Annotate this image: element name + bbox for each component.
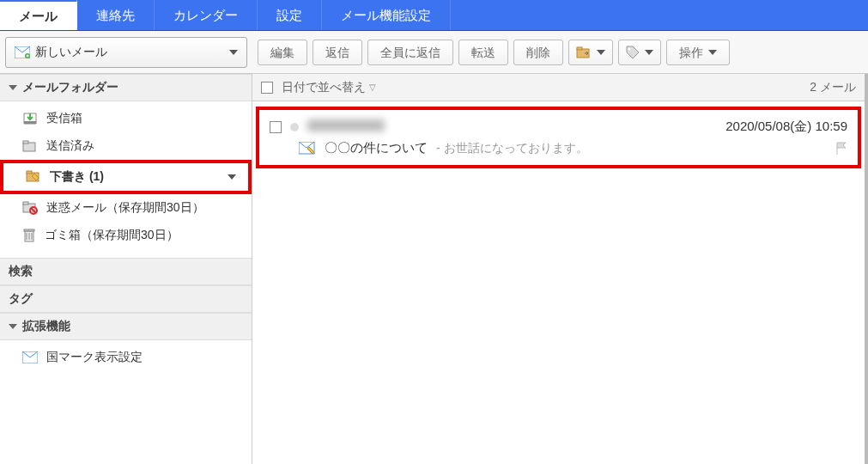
message-list-pane: 日付で並べ替え ▽ 2 メール 2020/05/08(金) 10:59 bbox=[252, 74, 868, 464]
actions-label: 操作 bbox=[679, 40, 703, 64]
mail-compose-icon bbox=[15, 46, 30, 58]
new-mail-label: 新しいメール bbox=[35, 45, 107, 60]
chevron-down-icon bbox=[9, 324, 17, 329]
new-mail-button[interactable]: 新しいメール bbox=[5, 37, 247, 68]
search-header[interactable]: 検索 bbox=[0, 258, 252, 285]
mail-icon bbox=[22, 351, 38, 363]
reply-button[interactable]: 返信 bbox=[313, 40, 362, 65]
list-header: 日付で並べ替え ▽ 2 メール bbox=[252, 74, 865, 101]
toolbar: 新しいメール 編集 返信 全員に返信 転送 削除 操作 bbox=[0, 31, 868, 74]
message-preview: - お世話になっております。 bbox=[436, 141, 588, 156]
move-to-button[interactable] bbox=[568, 40, 613, 65]
sort-label: 日付で並べ替え bbox=[282, 80, 366, 95]
svg-rect-7 bbox=[23, 141, 28, 143]
flag-icon[interactable] bbox=[835, 142, 847, 156]
message-sender bbox=[307, 119, 385, 134]
chevron-down-icon bbox=[228, 174, 236, 180]
tab-calendar[interactable]: カレンダー bbox=[155, 0, 258, 30]
actions-button[interactable]: 操作 bbox=[666, 40, 730, 65]
message-date: 2020/05/08(金) 10:59 bbox=[725, 119, 847, 135]
chevron-down-icon bbox=[708, 50, 717, 55]
folders-header-label: メールフォルダー bbox=[22, 80, 118, 95]
sidebar: メールフォルダー 受信箱 送信済み bbox=[0, 74, 252, 464]
ext-item-label: 国マーク表示設定 bbox=[46, 350, 143, 365]
draft-icon bbox=[26, 170, 41, 184]
inbox-icon bbox=[22, 112, 38, 125]
svg-rect-3 bbox=[577, 47, 582, 50]
delete-button[interactable]: 削除 bbox=[513, 40, 563, 65]
folder-label: 受信箱 bbox=[46, 111, 82, 126]
sort-desc-icon: ▽ bbox=[369, 82, 376, 92]
folder-label: 下書き (1) bbox=[50, 169, 104, 185]
unread-dot-icon bbox=[290, 123, 299, 131]
folder-drafts[interactable]: 下書き (1) bbox=[0, 160, 252, 194]
chevron-down-icon bbox=[9, 85, 17, 90]
select-all-checkbox[interactable] bbox=[261, 82, 273, 94]
folders-header[interactable]: メールフォルダー bbox=[0, 74, 252, 101]
trash-icon bbox=[22, 228, 36, 243]
folder-label: 迷惑メール（保存期間30日） bbox=[46, 200, 204, 216]
tag-icon bbox=[626, 46, 640, 59]
tag-header-label: タグ bbox=[9, 291, 33, 307]
folder-label: 送信済み bbox=[46, 138, 94, 154]
ext-country-flag[interactable]: 国マーク表示設定 bbox=[0, 344, 252, 371]
folder-label: ゴミ箱（保存期間30日） bbox=[45, 228, 179, 243]
tab-mail[interactable]: メール bbox=[0, 0, 77, 30]
extensions-list: 国マーク表示設定 bbox=[0, 340, 252, 380]
tab-contacts[interactable]: 連絡先 bbox=[77, 0, 155, 30]
extensions-header-label: 拡張機能 bbox=[22, 319, 70, 334]
svg-rect-9 bbox=[27, 171, 32, 174]
chevron-down-icon bbox=[645, 50, 653, 55]
extensions-header[interactable]: 拡張機能 bbox=[0, 313, 252, 340]
reply-all-button[interactable]: 全員に返信 bbox=[367, 40, 453, 65]
tab-mail-settings[interactable]: メール機能設定 bbox=[322, 0, 451, 30]
message-checkbox[interactable] bbox=[270, 121, 282, 133]
chevron-down-icon bbox=[229, 50, 238, 55]
message-row[interactable]: 2020/05/08(金) 10:59 〇〇の件について - お世話になっており… bbox=[264, 115, 853, 160]
sort-by-date[interactable]: 日付で並べ替え ▽ bbox=[282, 80, 376, 95]
search-header-label: 検索 bbox=[9, 264, 33, 279]
folder-move-icon bbox=[576, 46, 592, 58]
tab-settings[interactable]: 設定 bbox=[258, 0, 322, 30]
sent-icon bbox=[22, 140, 38, 152]
chevron-down-icon bbox=[597, 50, 605, 55]
forward-button[interactable]: 転送 bbox=[458, 40, 508, 65]
spam-icon bbox=[22, 201, 38, 215]
top-nav: メール 連絡先 カレンダー 設定 メール機能設定 bbox=[0, 0, 868, 31]
svg-rect-5 bbox=[24, 121, 36, 124]
folder-inbox[interactable]: 受信箱 bbox=[0, 105, 252, 132]
svg-rect-14 bbox=[24, 229, 34, 231]
svg-rect-11 bbox=[23, 202, 28, 205]
edit-button[interactable]: 編集 bbox=[258, 40, 307, 65]
highlighted-message: 2020/05/08(金) 10:59 〇〇の件について - お世話になっており… bbox=[256, 107, 861, 168]
folder-list: 受信箱 送信済み 下書き (1) bbox=[0, 101, 252, 258]
message-subject: 〇〇の件について bbox=[325, 140, 428, 156]
folder-spam[interactable]: 迷惑メール（保存期間30日） bbox=[0, 194, 252, 222]
message-count: 2 メール bbox=[810, 80, 856, 95]
folder-trash[interactable]: ゴミ箱（保存期間30日） bbox=[0, 222, 252, 249]
tag-button[interactable] bbox=[618, 40, 661, 65]
draft-mail-icon bbox=[299, 142, 316, 156]
folder-sent[interactable]: 送信済み bbox=[0, 132, 252, 160]
svg-point-4 bbox=[628, 47, 631, 50]
tag-header[interactable]: タグ bbox=[0, 285, 252, 313]
